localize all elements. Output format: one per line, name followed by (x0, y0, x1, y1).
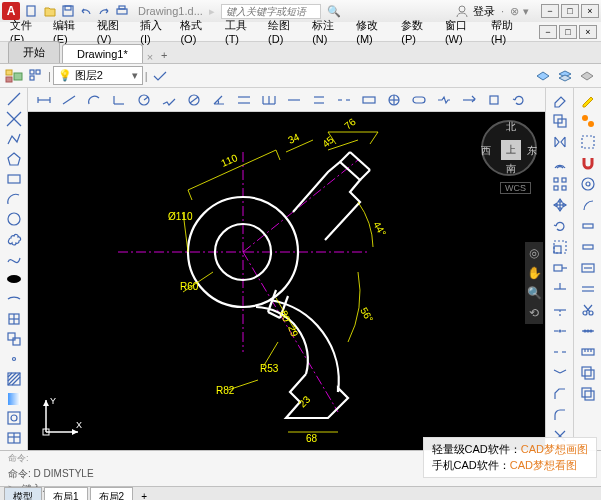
dim-jogline-icon[interactable] (432, 90, 456, 110)
join-icon[interactable] (548, 363, 572, 383)
make-block-icon[interactable] (2, 329, 26, 348)
doc-maximize-button[interactable]: □ (559, 25, 577, 39)
nav-zoom-icon[interactable]: 🔍 (527, 286, 542, 300)
nav-pan-icon[interactable]: ✋ (527, 266, 542, 280)
point-tool-icon[interactable] (2, 349, 26, 368)
status-layout1-tab[interactable]: 布局1 (44, 487, 88, 501)
revision-cloud-icon[interactable] (2, 230, 26, 249)
magnet-icon[interactable] (576, 153, 600, 173)
dim-arc-icon[interactable] (82, 90, 106, 110)
layer-off-icon[interactable] (576, 237, 600, 257)
rectangle-tool-icon[interactable] (2, 170, 26, 189)
select-similar-icon[interactable] (576, 111, 600, 131)
dim-update-icon[interactable] (507, 90, 531, 110)
view-cube-top[interactable]: 上 (501, 140, 521, 160)
scale-icon[interactable] (548, 237, 572, 257)
tab-close-icon[interactable]: × (147, 51, 153, 63)
minimize-button[interactable]: − (541, 4, 559, 18)
nav-wheel-icon[interactable]: ◎ (529, 246, 539, 260)
rotate-icon[interactable] (548, 216, 572, 236)
spline-tool-icon[interactable] (2, 250, 26, 269)
polygon-tool-icon[interactable] (2, 150, 26, 169)
bring-front-icon[interactable] (576, 363, 600, 383)
tab-drawing1[interactable]: Drawing1* (62, 44, 143, 63)
layer-freeze-icon[interactable] (577, 66, 597, 86)
break-point-icon[interactable] (548, 321, 572, 341)
dim-ordinate-icon[interactable] (107, 90, 131, 110)
hatch-tool-icon[interactable] (2, 369, 26, 388)
doc-minimize-button[interactable]: − (539, 25, 557, 39)
linetype-icon[interactable] (576, 216, 600, 236)
dim-style-icon[interactable] (576, 279, 600, 299)
pencil-icon[interactable] (576, 90, 600, 110)
status-layout2-tab[interactable]: 布局2 (90, 487, 134, 501)
close-button[interactable]: × (581, 4, 599, 18)
layer-props-icon[interactable] (4, 66, 24, 86)
menu-draw[interactable]: 绘图(D) (262, 16, 304, 47)
dim-diameter-icon[interactable] (182, 90, 206, 110)
text-style-icon[interactable] (576, 258, 600, 278)
dim-quick-icon[interactable] (232, 90, 256, 110)
layer-states-icon[interactable] (26, 66, 46, 86)
status-add-layout[interactable]: + (135, 491, 153, 500)
menu-format[interactable]: 格式(O) (174, 16, 217, 47)
drawing-canvas[interactable]: 110 34 45 76 Ø110 R60 44° 56° 80 29 R53 … (28, 112, 545, 450)
layer-make-current-icon[interactable] (150, 66, 170, 86)
extend-icon[interactable] (548, 300, 572, 320)
line-tool-icon[interactable] (2, 90, 26, 109)
menu-insert[interactable]: 插入(I) (134, 16, 172, 47)
dim-break-icon[interactable] (332, 90, 356, 110)
fillet-icon[interactable] (548, 405, 572, 425)
dim-aligned-icon[interactable] (57, 90, 81, 110)
dim-radius-icon[interactable] (132, 90, 156, 110)
view-cube[interactable]: 上 北 南 西 东 (481, 120, 537, 176)
chamfer-icon[interactable] (548, 384, 572, 404)
construction-line-icon[interactable] (2, 110, 26, 129)
lock-icon[interactable] (576, 174, 600, 194)
table-tool-icon[interactable] (2, 429, 26, 448)
arc-tool-icon[interactable] (2, 190, 26, 209)
dim-continue-icon[interactable] (282, 90, 306, 110)
tab-start[interactable]: 开始 (8, 41, 60, 63)
menu-modify[interactable]: 修改(M) (350, 16, 393, 47)
copy-icon[interactable] (548, 111, 572, 131)
cut-icon[interactable] (576, 300, 600, 320)
dim-linear-icon[interactable] (32, 90, 56, 110)
ellipse-arc-icon[interactable] (2, 289, 26, 308)
trim-icon[interactable] (548, 279, 572, 299)
layer-uniso-icon[interactable] (555, 66, 575, 86)
menu-help[interactable]: 帮助(H) (485, 16, 527, 47)
dim-tedit-icon[interactable] (482, 90, 506, 110)
stretch-icon[interactable] (548, 258, 572, 278)
dim-tolerance-icon[interactable] (357, 90, 381, 110)
dim-jogged-icon[interactable] (157, 90, 181, 110)
menu-param[interactable]: 参数(P) (395, 16, 437, 47)
dim-baseline-icon[interactable] (257, 90, 281, 110)
erase-icon[interactable] (548, 90, 572, 110)
menu-view[interactable]: 视图(V) (91, 16, 133, 47)
status-model-tab[interactable]: 模型 (4, 487, 42, 501)
circle-tool-icon[interactable] (2, 210, 26, 229)
mirror-icon[interactable] (548, 132, 572, 152)
dim-inspect-icon[interactable] (407, 90, 431, 110)
ellipse-tool-icon[interactable] (2, 269, 26, 288)
layer-iso-icon[interactable] (533, 66, 553, 86)
nav-orbit-icon[interactable]: ⟲ (529, 306, 539, 320)
layer-combo[interactable]: 💡 图层2 ▾ (53, 66, 143, 85)
region-tool-icon[interactable] (2, 409, 26, 428)
send-back-icon[interactable] (576, 384, 600, 404)
dim-center-icon[interactable] (382, 90, 406, 110)
wcs-label[interactable]: WCS (500, 182, 531, 194)
offset-icon[interactable] (548, 153, 572, 173)
dim-angular-icon[interactable] (207, 90, 231, 110)
array-icon[interactable] (548, 174, 572, 194)
polyline-tool-icon[interactable] (2, 130, 26, 149)
dim-space-icon[interactable] (307, 90, 331, 110)
maximize-button[interactable]: □ (561, 4, 579, 18)
divide-icon[interactable] (576, 321, 600, 341)
menu-window[interactable]: 窗口(W) (439, 16, 483, 47)
break-icon[interactable] (548, 342, 572, 362)
gradient-tool-icon[interactable] (2, 389, 26, 408)
dim-edit-icon[interactable] (457, 90, 481, 110)
style-icon[interactable] (576, 195, 600, 215)
